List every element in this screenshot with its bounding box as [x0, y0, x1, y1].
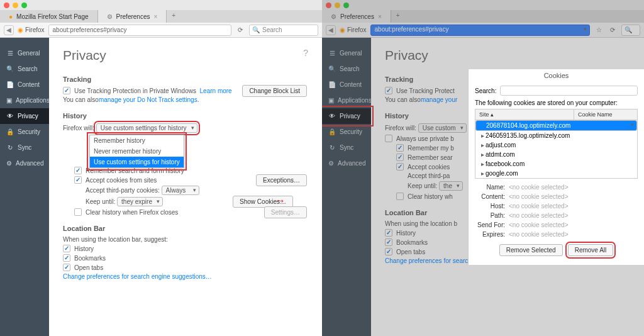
close-icon[interactable] — [4, 3, 9, 8]
remove-all-button[interactable]: Remove All — [568, 244, 614, 256]
sidebar-item-sync[interactable]: ↻Sync — [322, 140, 371, 155]
tab-preferences[interactable]: ⚙Preferences× — [322, 10, 391, 23]
tabbar-right: ⚙Preferences× + — [322, 10, 644, 23]
cookies-search-input[interactable] — [500, 86, 638, 96]
history-option-never[interactable]: Never remember history — [90, 146, 184, 157]
new-tab-button[interactable]: + — [167, 10, 180, 23]
page-title: Privacy — [385, 48, 630, 63]
identity-box: ◉ Firefox — [340, 26, 367, 33]
search-box[interactable]: 🔍Search — [249, 25, 318, 36]
remember-sf-checkbox[interactable] — [74, 167, 82, 174]
sidebar-item-privacy[interactable]: 👁Privacy — [322, 108, 371, 124]
maximize-icon[interactable] — [21, 3, 27, 8]
suggest-opentabs-checkbox[interactable] — [63, 264, 70, 271]
cookie-row[interactable]: ▸google.com — [475, 169, 637, 178]
sidebar-item-general[interactable]: ☰General — [0, 45, 49, 61]
back-button[interactable]: ◀ — [4, 25, 14, 35]
maximize-icon[interactable] — [343, 3, 349, 8]
clear-settings-button: Settings… — [264, 206, 307, 218]
sidebar-item-content[interactable]: 📄Content — [0, 77, 49, 92]
col-site[interactable]: Site ▴ — [475, 109, 574, 120]
search-suggestions-link[interactable]: Change preferences for search engine sug… — [63, 273, 212, 280]
url-bar[interactable]: about:preferences#privacy — [48, 25, 231, 36]
keep-until-select[interactable]: they expire — [117, 197, 163, 206]
cookie-meta-name: Name:<no cookie selected> — [469, 182, 644, 192]
cookie-meta-host: Host:<no cookie selected> — [469, 201, 644, 211]
suggest-bookmarks-checkbox[interactable] — [63, 254, 70, 262]
cookie-meta-sendfor: Send For:<no cookie selected> — [469, 220, 644, 230]
content-icon: 📄 — [6, 81, 14, 88]
history-option-remember[interactable]: Remember history — [90, 135, 184, 146]
sidebar-item-search[interactable]: 🔍Search — [0, 61, 49, 77]
new-tab-button[interactable]: + — [391, 10, 405, 23]
sidebar-item-sync[interactable]: ↻Sync — [0, 140, 49, 155]
refresh-button[interactable]: ⟳ — [235, 25, 245, 35]
search-box[interactable]: 🔍 — [621, 25, 640, 36]
cookie-row[interactable]: ▸246059135.log.optimizely.com — [475, 131, 637, 140]
url-bar[interactable]: about:preferences#privacy — [370, 25, 590, 36]
security-icon: 🔒 — [6, 128, 14, 135]
sidebar-item-privacy[interactable]: 👁Privacy — [0, 108, 49, 124]
close-icon[interactable] — [326, 3, 331, 8]
cookies-title: Cookies — [469, 69, 644, 86]
exceptions-button[interactable]: Exceptions… — [256, 174, 307, 186]
bookmark-icon[interactable]: ☆ — [594, 25, 604, 35]
history-section: History — [63, 112, 308, 120]
history-option-custom[interactable]: Use custom settings for history — [90, 157, 184, 167]
preferences-content: ? Privacy Tracking Use Tracking Protecti… — [49, 38, 322, 336]
preferences-sidebar: ☰General 🔍Search 📄Content ▣Applications … — [0, 38, 49, 336]
cookie-row[interactable]: ▸adjust.com — [475, 140, 637, 150]
remove-selected-button[interactable]: Remove Selected — [499, 244, 563, 256]
back-button[interactable]: ◀ — [326, 25, 336, 35]
cookies-dialog: Cookies Search: The following cookies ar… — [468, 69, 644, 265]
search-icon: 🔍 — [252, 26, 260, 33]
third-party-select[interactable]: Always — [162, 186, 199, 195]
help-icon[interactable]: ? — [303, 48, 308, 58]
tab-firefox-start[interactable]: ●Mozilla Firefox Start Page — [0, 10, 98, 23]
annotation-arrow — [274, 194, 286, 208]
dnt-link[interactable]: manage your Do Not Track settings — [99, 96, 197, 103]
titlebar-right — [322, 0, 644, 10]
preferences-sidebar-right: ☰General 🔍Search 📄Content ▣Applications … — [322, 38, 371, 336]
sidebar-item-search[interactable]: 🔍Search — [322, 61, 371, 77]
cookies-header: Site ▴ Cookie Name — [475, 109, 637, 120]
search-icon: 🔍 — [625, 26, 632, 33]
history-mode-dropdown: Remember history Never remember history … — [89, 135, 184, 168]
sort-icon: ▴ — [491, 111, 494, 118]
clear-on-close-checkbox[interactable] — [74, 208, 82, 216]
location-section: Location Bar — [63, 225, 308, 232]
accept-cookies-checkbox[interactable] — [74, 176, 82, 184]
sync-icon: ↻ — [6, 144, 14, 151]
sidebar-item-security[interactable]: 🔒Security — [322, 124, 371, 140]
col-cookie-name[interactable]: Cookie Name — [574, 109, 637, 120]
sidebar-item-applications[interactable]: ▣Applications — [0, 92, 49, 108]
cookies-list: Site ▴ Cookie Name 206878104.log.optimiz… — [475, 109, 638, 179]
sidebar-item-general[interactable]: ☰General — [322, 45, 371, 61]
minimize-icon[interactable] — [335, 3, 340, 8]
sidebar-item-advanced[interactable]: ⚙Advanced — [322, 155, 371, 171]
history-mode-select[interactable]: Use custom settings for history — [96, 123, 197, 133]
sidebar-item-advanced[interactable]: ⚙Advanced — [0, 155, 49, 171]
identity-box: ◉ Firefox — [18, 26, 45, 33]
toolbar: ◀ ◉ Firefox about:preferences#privacy ⟳ … — [0, 23, 322, 38]
minimize-icon[interactable] — [13, 3, 18, 8]
advanced-icon: ⚙ — [6, 160, 12, 167]
sidebar-item-security[interactable]: 🔒Security — [0, 124, 49, 140]
change-block-list-button[interactable]: Change Block List — [242, 85, 307, 97]
general-icon: ☰ — [6, 50, 14, 57]
toolbar-right: ◀ ◉ Firefox about:preferences#privacy ☆ … — [322, 23, 644, 38]
cookie-meta-path: Path:<no cookie selected> — [469, 211, 644, 220]
learn-more-link[interactable]: Learn more — [200, 87, 232, 94]
cookie-row[interactable]: ▸atdmt.com — [475, 150, 637, 159]
suggest-history-checkbox[interactable] — [63, 245, 70, 252]
tab-preferences[interactable]: ⚙Preferences× — [98, 10, 167, 23]
tracking-protection-checkbox[interactable] — [63, 87, 70, 94]
cookies-desc: The following cookies are stored on your… — [469, 99, 644, 109]
window-left: ●Mozilla Firefox Start Page ⚙Preferences… — [0, 0, 322, 336]
cookie-row[interactable]: 206878104.log.optimizely.com — [475, 120, 637, 131]
cookie-row[interactable]: ▸facebook.com — [475, 159, 637, 169]
sidebar-item-content[interactable]: 📄Content — [322, 77, 371, 92]
sidebar-item-applications[interactable]: ▣Applications — [322, 92, 371, 108]
tracking-section: Tracking — [63, 76, 308, 83]
refresh-button[interactable]: ⟳ — [608, 25, 618, 35]
